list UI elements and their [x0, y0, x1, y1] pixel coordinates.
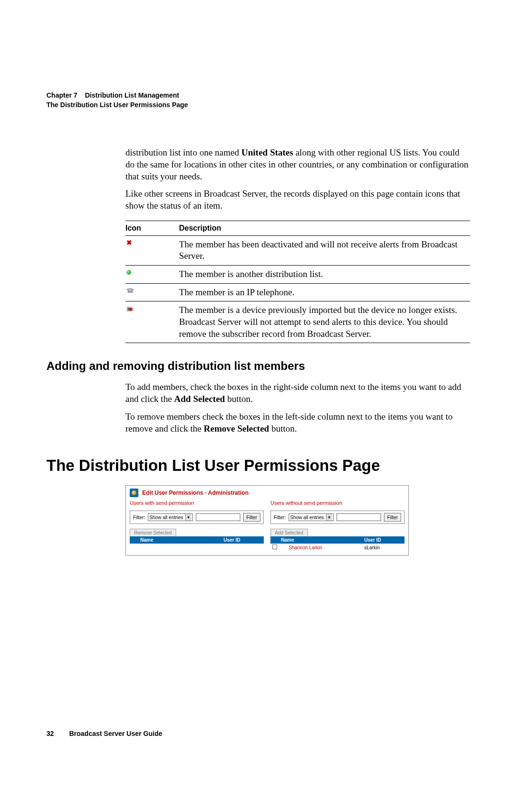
- chapter-label: Chapter 7: [46, 91, 78, 99]
- ar-p1c: button.: [225, 394, 253, 404]
- intro-text: distribution list into one named United …: [125, 147, 471, 211]
- remove-selected-button[interactable]: Remove Selected: [130, 529, 176, 536]
- distribution-list-icon: [126, 270, 131, 275]
- table-row: The member is another distribution list.: [125, 266, 470, 284]
- page-number: 32: [46, 730, 54, 737]
- ar-p1b: Add Selected: [174, 394, 225, 404]
- intro-p2: Like other screens in Broadcast Server, …: [125, 188, 471, 211]
- chevron-down-icon: ▼: [326, 514, 332, 521]
- chevron-down-icon: ▼: [185, 514, 191, 521]
- left-select-value: Show all entries: [149, 515, 183, 520]
- table-row: Shannon Larkin sLarkin: [270, 544, 405, 551]
- intro-p1-bold: United States: [241, 147, 293, 157]
- icon-status-table: Icon Description ✖ The member has been d…: [125, 221, 470, 344]
- left-column: Users with send permission Filter: Show …: [130, 500, 264, 551]
- right-col-name[interactable]: Name: [279, 537, 364, 543]
- left-filter-input[interactable]: [196, 513, 240, 521]
- right-filter-label: Filter:: [274, 515, 286, 520]
- th-description: Description: [179, 221, 470, 235]
- deactivated-icon: ✖: [126, 239, 133, 245]
- right-filter-input[interactable]: [337, 513, 381, 521]
- intro-p1a: distribution list into one named: [125, 147, 241, 157]
- desc-cell: The member is a device previously import…: [179, 301, 470, 343]
- add-selected-button[interactable]: Add Selected: [270, 529, 308, 536]
- table-row: ▣✖ The member is a device previously imp…: [125, 301, 470, 343]
- desc-cell: The member has been deactivated and will…: [179, 235, 470, 265]
- left-col-name[interactable]: Name: [138, 537, 224, 543]
- row-id: sLarkin: [364, 545, 403, 550]
- table-row: ✖ The member has been deactivated and wi…: [125, 235, 470, 265]
- left-col-id[interactable]: User ID: [224, 537, 262, 543]
- left-table-header: Name User ID: [130, 536, 264, 544]
- left-filter-button[interactable]: Filter: [243, 513, 260, 522]
- right-col-title: Users without send permission: [270, 500, 405, 506]
- left-filter-select[interactable]: Show all entries ▼: [148, 513, 193, 521]
- right-filter-select[interactable]: Show all entries ▼: [289, 513, 334, 521]
- section-heading-permissions: The Distribution List User Permissions P…: [46, 456, 471, 475]
- ar-p2c: button.: [269, 423, 297, 434]
- right-filter-button[interactable]: Filter: [384, 513, 401, 522]
- ip-telephone-icon: ☎: [126, 287, 133, 294]
- doc-title: Broadcast Server User Guide: [69, 730, 162, 737]
- right-table-header: Name User ID: [270, 536, 405, 544]
- right-filter-bar: Filter: Show all entries ▼ Filter: [270, 511, 405, 524]
- header-page-title: The Distribution List User Permissions P…: [46, 100, 471, 110]
- table-row: ☎ The member is an IP telephone.: [125, 283, 470, 301]
- running-header: Chapter 7 Distribution List Management T…: [46, 91, 471, 110]
- row-checkbox[interactable]: [272, 545, 277, 549]
- left-filter-bar: Filter: Show all entries ▼ Filter: [130, 511, 264, 524]
- screenshot-title: Edit User Permissions - Administration: [142, 489, 248, 496]
- app-logo-icon: [130, 489, 138, 497]
- left-filter-label: Filter:: [133, 515, 145, 520]
- add-remove-text: To add members, check the boxes in the r…: [125, 381, 471, 434]
- left-col-title: Users with send permission: [130, 500, 264, 506]
- desc-cell: The member is another distribution list.: [179, 266, 470, 284]
- ar-p2b: Remove Selected: [204, 423, 270, 434]
- row-name[interactable]: Shannon Larkin: [279, 545, 364, 550]
- right-select-value: Show all entries: [290, 515, 324, 520]
- right-column: Users without send permission Filter: Sh…: [270, 500, 405, 551]
- th-icon: Icon: [125, 221, 179, 235]
- page-footer: 32 Broadcast Server User Guide: [46, 730, 162, 737]
- missing-device-icon: ▣✖: [126, 305, 133, 312]
- right-col-id[interactable]: User ID: [364, 537, 403, 543]
- permissions-screenshot: Edit User Permissions - Administration U…: [125, 485, 409, 556]
- desc-cell: The member is an IP telephone.: [179, 283, 470, 301]
- chapter-title: Distribution List Management: [85, 91, 179, 99]
- section-heading-add-remove: Adding and removing distribution list me…: [46, 359, 471, 373]
